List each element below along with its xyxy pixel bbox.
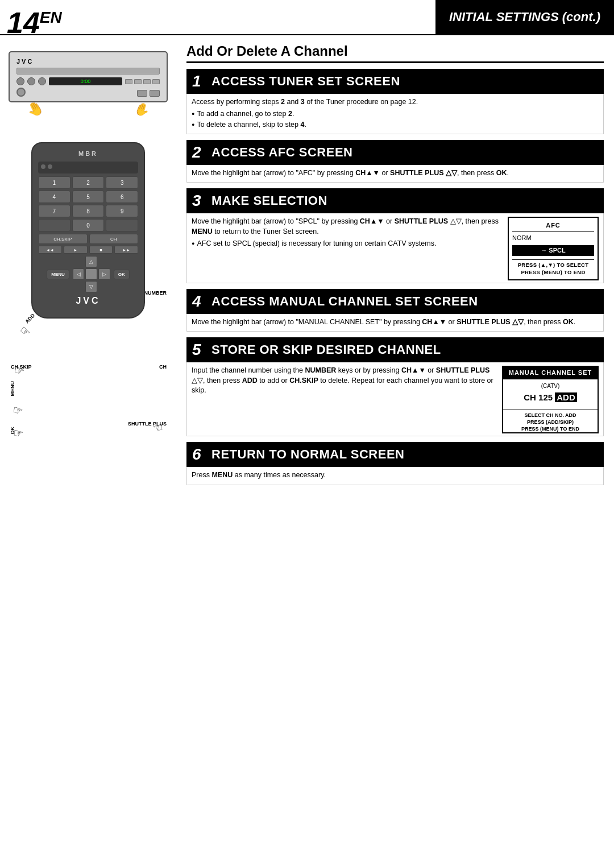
hand-ok-remote: ☞	[12, 426, 24, 441]
manual-panel-title: MANUAL CHANNEL SET	[503, 367, 598, 379]
hand-menu-remote: ☞	[11, 403, 25, 419]
step-1-bullet-1: To add a channel, go to step 2.	[192, 109, 599, 119]
step-1-header: 1 ACCESS TUNER SET SCREEN	[186, 69, 604, 94]
step-1-text: Access by performing steps 2 and 3 of th…	[192, 97, 599, 108]
step-3-text-area: Move the highlight bar (arrow) to "SPCL"…	[192, 217, 503, 280]
vcr-small-btns	[125, 79, 160, 84]
hand-right-vcr: 🤚	[132, 100, 151, 119]
vcr-circle-btn-3	[38, 77, 46, 85]
left-panel: JVC 0:00	[0, 35, 176, 868]
btn-3: 3	[106, 176, 138, 189]
step-5-body: Input the channel number using the NUMBE…	[186, 362, 604, 436]
step-4-text: Move the highlight bar (arrow) to "MANUA…	[192, 317, 599, 328]
page-num-value: 14	[7, 6, 40, 39]
step-3-title: MAKE SELECTION	[211, 193, 327, 208]
section-title: Add Or Delete A Channel	[186, 43, 604, 63]
remote-mbr-brand: MBR	[38, 150, 138, 157]
btn-menu-remote: MENU	[47, 270, 69, 279]
step-6-header: 6 RETURN TO NORMAL SCREEN	[186, 442, 604, 467]
side-panel-3-row: NORM	[512, 234, 594, 242]
remote-ch-row: CH.SKIP CH	[38, 234, 138, 244]
step-2-body: Move the highlight bar (arrow) to "AFC" …	[186, 165, 604, 183]
step-3-side-panel: AFC NORM → SPCL PRESS (▲,▼) TO SELECT PR…	[508, 217, 599, 280]
manual-panel-add: ADD	[555, 392, 577, 402]
step-5-header: 5 STORE OR SKIP DESIRED CHANNEL	[186, 337, 604, 362]
step-5-number: 5	[192, 341, 206, 359]
step-6-number: 6	[192, 445, 206, 464]
remote-label-menu-left: MENU	[10, 381, 15, 396]
btn-1: 1	[38, 176, 70, 189]
remote-transport: ◄◄ ► ■ ►►	[38, 246, 138, 254]
step-1-bullet-2: To delete a channel, skip to step 4.	[192, 120, 599, 130]
step-1-number: 1	[192, 72, 206, 90]
hand-shuttle-remote: ☞	[152, 420, 164, 436]
nav-center	[85, 268, 97, 280]
btn-ok-remote: OK	[114, 270, 130, 279]
step-3-body: Move the highlight bar (arrow) to "SPCL"…	[186, 213, 604, 283]
step-3-text: Move the highlight bar (arrow) to "SPCL"…	[192, 217, 503, 237]
btn-empty	[38, 219, 70, 232]
step-4-title: ACCESS MANUAL CHANNEL SET SCREEN	[211, 294, 478, 309]
step-4-number: 4	[192, 292, 206, 311]
remote-body: MBR 1 2 3 4 5 6 7 8	[31, 142, 145, 319]
step-4-block: 4 ACCESS MANUAL CHANNEL SET SCREEN Move …	[186, 289, 604, 332]
vcr-circle-btn-2	[27, 77, 35, 85]
step-5-side-panel: MANUAL CHANNEL SET (CATV) CH 125 ADD SEL…	[502, 366, 599, 433]
manual-panel-body: (CATV) CH 125 ADD	[503, 379, 598, 410]
btn-8: 8	[72, 205, 105, 217]
step-5-flex: Input the channel number using the NUMBE…	[192, 366, 599, 433]
vcr-controls-row: 0:00	[16, 77, 160, 85]
btn-chskip-remote: CH.SKIP	[38, 234, 88, 244]
remote-jvc-brand: JVC	[38, 296, 138, 306]
side-panel-spcl: → SPCL	[512, 245, 594, 256]
step-3-bullet: AFC set to SPCL (special) is necessary f…	[192, 239, 503, 249]
btn-0: 0	[72, 219, 105, 232]
remote-num-grid: 1 2 3 4 5 6 7 8 9 0	[38, 176, 138, 232]
step-3-number: 3	[192, 192, 206, 210]
btn-9: 9	[106, 205, 138, 217]
page-header: 14EN INITIAL SETTINGS (cont.)	[0, 0, 614, 35]
btn-6: 6	[106, 191, 138, 203]
step-1-body: Access by performing steps 2 and 3 of th…	[186, 94, 604, 134]
btn-dash	[106, 219, 138, 232]
btn-4: 4	[38, 191, 70, 203]
step-1-title: ACCESS TUNER SET SCREEN	[211, 74, 400, 89]
manual-panel-footer: SELECT CH NO. ADD PRESS (ADD/SKIP) PRESS…	[503, 410, 598, 432]
vcr-tape-slot	[16, 68, 160, 75]
side-panel-3-title: AFC	[512, 221, 594, 232]
step-4-body: Move the highlight bar (arrow) to "MANUA…	[186, 314, 604, 332]
step-2-block: 2 ACCESS AFC SCREEN Move the highlight b…	[186, 140, 604, 183]
step-3-block: 3 MAKE SELECTION Move the highlight bar …	[186, 188, 604, 283]
step-2-header: 2 ACCESS AFC SCREEN	[186, 140, 604, 165]
step-6-text: Press MENU as many times as necessary.	[192, 470, 599, 481]
step-5-title: STORE OR SKIP DESIRED CHANNEL	[211, 342, 441, 357]
side-panel-3-footer: PRESS (▲,▼) TO SELECT PRESS (MENU) TO EN…	[512, 259, 594, 276]
remote-label-ch-right: CH	[159, 364, 167, 370]
nav-left: ◁	[73, 268, 85, 280]
side-panel-norm: NORM	[512, 234, 532, 242]
step-3-header: 3 MAKE SELECTION	[186, 188, 604, 213]
step-2-title: ACCESS AFC SCREEN	[211, 145, 353, 160]
vcr-device: JVC 0:00	[9, 51, 168, 102]
vcr-circle-btn-1	[16, 77, 24, 85]
step-2-text: Move the highlight bar (arrow) to "AFC" …	[192, 168, 599, 179]
manual-panel-ch: CH 125 ADD	[508, 391, 593, 403]
remote-nav-area: MENU △ ◁ ▷ ▽ OK	[38, 256, 138, 292]
step-5-text-area: Input the channel number using the NUMBE…	[192, 366, 497, 433]
nav-cross: △ ◁ ▷ ▽	[73, 256, 110, 292]
nav-right: ▷	[98, 268, 110, 280]
step-5-block: 5 STORE OR SKIP DESIRED CHANNEL Input th…	[186, 337, 604, 436]
btn-7: 7	[38, 205, 70, 217]
manual-panel-catv: (CATV)	[508, 382, 593, 390]
btn-2: 2	[72, 176, 105, 189]
btn-ch-remote: CH	[89, 234, 139, 244]
step-6-title: RETURN TO NORMAL SCREEN	[211, 447, 404, 462]
step-5-text: Input the channel number using the NUMBE…	[192, 366, 497, 396]
remote-control-container: MENU OK NUMBER CH SHUTTLE PLUS CH.SKIP A…	[9, 142, 168, 319]
hand-add-remote: ☞	[16, 323, 33, 340]
nav-up: △	[85, 256, 97, 267]
step-2-number: 2	[192, 143, 206, 162]
right-panel: Add Or Delete A Channel 1 ACCESS TUNER S…	[176, 35, 614, 868]
page-suffix: EN	[40, 9, 62, 26]
vcr-display: 0:00	[49, 77, 122, 85]
